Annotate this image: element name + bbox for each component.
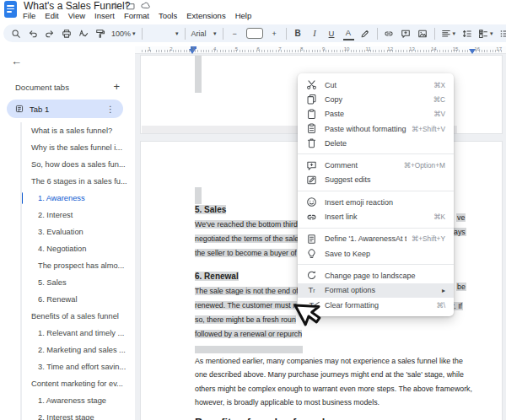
menu-item-label: Define '1. AwarenessAt the ...' [325, 234, 406, 243]
bold-button[interactable]: B [293, 26, 304, 40]
menu-help[interactable]: Help [235, 11, 252, 20]
menu-item-comment[interactable]: Comment⌘+Option+M [298, 158, 454, 172]
menu-item-define-1-awarenessat-the[interactable]: Define '1. AwarenessAt the ...'⌘+Shift+Y [298, 232, 454, 246]
keep-icon [306, 248, 317, 259]
redo-icon[interactable] [44, 26, 55, 40]
underline-button[interactable]: U [326, 26, 337, 40]
font-size-input[interactable] [246, 28, 263, 39]
outline-item[interactable]: 2. Interest stage [22, 409, 132, 420]
outline-item[interactable]: The prospect has almo... [22, 257, 132, 274]
doc-line[interactable] [195, 342, 476, 349]
doc-line[interactable]: others might be complex enough to warran… [195, 382, 476, 396]
menu-shortcut: ⌘+Shift+Y [412, 234, 445, 243]
menu-insert[interactable]: Insert [94, 11, 115, 20]
outline-item[interactable]: 2. Interest [22, 207, 132, 223]
menu-item-format-options[interactable]: TrFormat options▸ [298, 283, 454, 298]
add-comment-icon[interactable] [401, 26, 412, 40]
google-docs-icon[interactable] [4, 1, 17, 18]
suggest-icon [306, 175, 317, 186]
menu-separator [298, 153, 454, 154]
star-icon[interactable]: ☆ [111, 1, 120, 10]
italic-button[interactable]: I [310, 26, 320, 40]
paint-format-icon[interactable] [94, 26, 105, 40]
menu-view[interactable]: View [68, 11, 85, 20]
doc-line[interactable]: one described above. Many purchase journ… [195, 368, 476, 381]
ruler-number: 4 [213, 46, 216, 51]
align-icon[interactable]: ▾ [441, 26, 456, 40]
menu-item-copy[interactable]: Copy⌘C [298, 92, 454, 106]
menu-item-change-page-to-landscape[interactable]: Change page to landscape [298, 268, 454, 283]
menu-item-insert-emoji-reaction[interactable]: Insert emoji reaction [298, 195, 454, 209]
outline-item[interactable]: 1. Awareness stage [22, 392, 132, 409]
google-docs-app: What's a Sales Funnel? ☆ FileEditViewIns… [0, 0, 506, 420]
outline-item[interactable]: 1. Awareness [22, 190, 132, 207]
ruler-number: 3 [191, 46, 194, 51]
text-fragment: ays [453, 228, 466, 236]
menu-item-paste[interactable]: Paste⌘V [298, 107, 454, 121]
ruler-number: 17 [496, 46, 502, 51]
outline-item[interactable]: 6. Renewal [22, 291, 132, 308]
tab-label: Tab 1 [30, 105, 100, 114]
decrease-font-size-button[interactable]: − [229, 26, 240, 40]
menu-shortcut: ⌘K [433, 213, 445, 221]
menu-shortcut: ⌘V [433, 110, 445, 118]
menu-tools[interactable]: Tools [159, 11, 177, 20]
outline-item[interactable]: Why is the sales funnel i... [22, 139, 132, 156]
menu-item-save-to-keep[interactable]: Save to Keep [298, 246, 454, 261]
menu-item-suggest-edits[interactable]: Suggest edits [298, 173, 454, 187]
insert-link-icon[interactable] [384, 26, 395, 40]
outline-item[interactable]: Benefits of a sales funnel [22, 308, 132, 325]
menu-file[interactable]: File [23, 11, 35, 20]
checklist-icon[interactable]: ▾ [478, 26, 493, 40]
tab-1-chip[interactable]: Tab 1 ⋮ [7, 100, 123, 118]
menu-item-delete[interactable]: Delete [298, 136, 454, 150]
bulleted-list-icon[interactable]: ▾ [499, 26, 506, 40]
highlight-color-icon[interactable] [360, 26, 371, 40]
outline-item[interactable]: 3. Evaluation [22, 223, 132, 240]
line-spacing-icon[interactable] [461, 26, 472, 40]
menu-shortcut: ⌘+Option+M [404, 161, 445, 170]
outline-item[interactable]: 4. Negotiation [22, 240, 132, 257]
search-icon[interactable] [10, 26, 21, 40]
undo-icon[interactable] [27, 26, 38, 40]
ruler-number: 8 [300, 46, 303, 51]
menu-edit[interactable]: Edit [45, 11, 58, 20]
menu-item-paste-without-formatting[interactable]: Paste without formatting⌘+Shift+V [298, 121, 454, 136]
insert-image-icon[interactable] [417, 26, 428, 40]
zoom-select[interactable]: 100%▾ [111, 26, 136, 40]
menu-bar: FileEditViewInsertFormatToolsExtensionsH… [23, 11, 251, 20]
outline-item[interactable]: 5. Sales [22, 274, 132, 291]
doc-line[interactable]: As mentioned earlier, many companies may… [195, 354, 476, 368]
menu-extensions[interactable]: Extensions [186, 11, 225, 20]
spellcheck-icon[interactable] [78, 26, 89, 40]
back-arrow-icon[interactable]: ← [11, 55, 22, 67]
font-select[interactable]: Arial ▾ [191, 26, 217, 40]
menu-item-label: Clear formatting [325, 301, 431, 310]
doc-line[interactable]: Benefits of a sales funnel [195, 416, 476, 420]
outline-item[interactable]: 2. Marketing and sales ... [22, 342, 132, 358]
menu-item-cut[interactable]: Cut⌘X [298, 78, 454, 92]
outline-item[interactable]: So, how does a sales fun... [22, 156, 132, 173]
selection-bar [195, 187, 202, 204]
text-fragment: ve [456, 213, 466, 222]
outline-item[interactable]: The 6 stages in a sales fu... [22, 173, 132, 190]
format-icon: Tr [306, 285, 317, 296]
add-tab-icon[interactable]: + [113, 82, 120, 92]
outline-item[interactable]: 3. Time and effort savin... [22, 358, 132, 375]
menu-format[interactable]: Format [124, 11, 149, 20]
outline-item[interactable]: Content marketing for ev... [22, 375, 132, 392]
doc-line[interactable]: followed by a renewal or repurch [195, 327, 476, 342]
outline-item[interactable]: What is a sales funnel? [22, 122, 132, 139]
menu-item-insert-link[interactable]: Insert link⌘K [298, 209, 454, 223]
outline-item[interactable]: 1. Relevant and timely ... [22, 325, 132, 342]
styles-select[interactable]: ▾ [148, 26, 179, 40]
ruler-number: 13 [409, 46, 415, 51]
ruler-number: 2 [170, 46, 172, 51]
define-icon [306, 234, 317, 245]
text-color-button[interactable]: A [343, 26, 354, 40]
tab-options-icon[interactable]: ⋮ [106, 105, 115, 114]
doc-line[interactable]: however, is broadly applicable to most b… [195, 396, 476, 409]
print-icon[interactable] [61, 26, 72, 40]
paste-plain-icon [306, 123, 317, 134]
increase-font-size-button[interactable]: + [269, 26, 280, 40]
